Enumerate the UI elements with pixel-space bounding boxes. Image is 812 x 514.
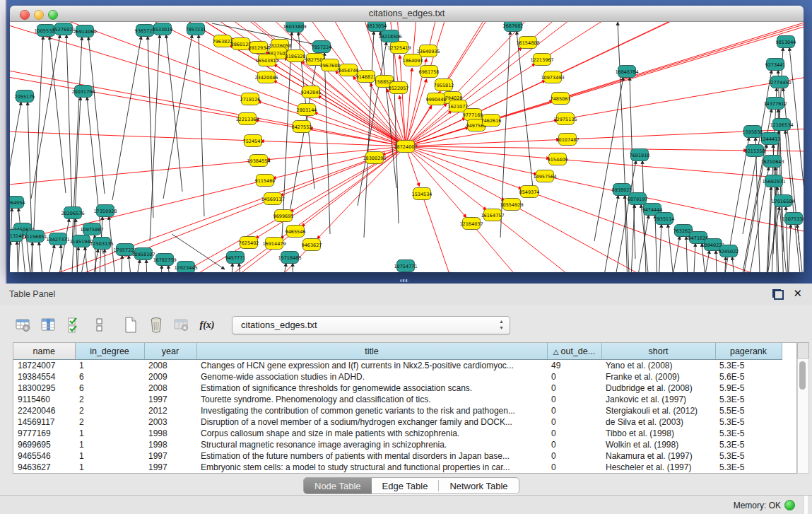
table-row[interactable]: 946554611997Estimation of the future num… xyxy=(13,450,795,462)
table-settings-icon[interactable] xyxy=(13,315,34,335)
graph-node[interactable]: 19218506 xyxy=(378,30,401,42)
table-row[interactable]: 1938455462009Genome-wide association stu… xyxy=(13,371,795,382)
graph-node[interactable]: 9245022 xyxy=(719,245,739,257)
graph-node[interactable]: 7857224 xyxy=(312,41,332,53)
graph-node-cited[interactable]: 12325419 xyxy=(387,42,411,54)
graph-node-cited[interactable]: 8427552 xyxy=(292,121,312,133)
table-vertical-scrollbar[interactable] xyxy=(797,358,809,474)
close-panel-icon[interactable]: ✕ xyxy=(793,287,802,300)
graph-node[interactable]: 9813044 xyxy=(776,36,796,48)
graph-node-cited[interactable]: 9777169 xyxy=(463,109,483,121)
graph-node-cited[interactable]: 6961758 xyxy=(419,66,440,78)
graph-node-cited[interactable]: 9699695 xyxy=(273,210,294,222)
function-builder-icon[interactable]: f(x) xyxy=(196,315,218,335)
tab-node-table[interactable]: Node Table xyxy=(304,478,372,493)
graph-node-cited[interactable]: 8186328 xyxy=(286,50,306,62)
graph-node-cited[interactable]: 7462616 xyxy=(481,115,502,127)
graph-node[interactable]: 20031794 xyxy=(71,86,95,98)
graph-node-cited[interactable]: 18300295 xyxy=(363,152,386,164)
graph-node[interactable]: 15276021 xyxy=(52,23,75,35)
graph-node[interactable]: 14377612 xyxy=(763,98,787,110)
graph-node-cited[interactable]: 12213364 xyxy=(235,113,259,125)
column-header-pagerank[interactable]: pagerank xyxy=(715,343,782,360)
graph-node[interactable]: 12774450 xyxy=(767,76,791,88)
graph-node-cited[interactable]: 7625402 xyxy=(239,237,259,249)
table-row[interactable]: 946362711997Embryonic stem cells: a mode… xyxy=(13,462,795,473)
graph-node[interactable]: 16210643 xyxy=(760,156,784,168)
graph-node-cited[interactable]: 9154409 xyxy=(548,153,568,165)
show-columns-icon[interactable] xyxy=(38,315,59,335)
graph-node-cited[interactable]: 10554929 xyxy=(500,199,523,211)
graph-node-cited[interactable]: 23420046 xyxy=(254,71,278,83)
graph-node[interactable]: 26914060 xyxy=(73,25,96,37)
column-header-short[interactable]: short xyxy=(601,343,715,360)
graph-node[interactable]: 1244413 xyxy=(760,133,781,145)
graph-node-cited[interactable]: 9146821 xyxy=(356,71,377,83)
network-graph[interactable]: 7963822886012889129342322605898275058186… xyxy=(10,22,804,272)
delete-table-icon[interactable] xyxy=(171,315,192,335)
graph-node[interactable]: 8533019 xyxy=(153,23,173,35)
graph-node-cited[interactable]: 19384554 xyxy=(247,155,270,167)
window-titlebar[interactable]: citations_edges.txt xyxy=(10,6,804,22)
tab-network-table[interactable]: Network Table xyxy=(439,478,518,493)
graph-node[interactable]: 12503135 xyxy=(90,238,113,250)
graph-node-cited[interactable]: 7963822 xyxy=(213,35,233,47)
graph-node[interactable]: 16782759 xyxy=(153,254,176,266)
network-canvas[interactable]: 7963822886012889129342322605898275058186… xyxy=(10,22,804,272)
graph-node[interactable]: 12923445 xyxy=(174,262,197,273)
table-row[interactable]: 1872400712008Changes of HCN gene express… xyxy=(13,360,795,372)
graph-node-cited[interactable]: 8522057 xyxy=(389,82,409,94)
graph-node-cited[interactable]: 7485063 xyxy=(551,93,571,105)
graph-node-cited[interactable]: 2718126 xyxy=(240,93,261,105)
graph-node[interactable]: 11075330 xyxy=(782,213,804,225)
graph-node-cited[interactable]: 16154808 xyxy=(516,37,539,49)
graph-node[interactable]: 2064954 xyxy=(10,197,25,209)
column-header-name[interactable]: name xyxy=(13,343,75,360)
graph-node-cited[interactable]: 9465546 xyxy=(286,226,306,238)
graph-node-cited[interactable]: 16164757 xyxy=(481,209,504,221)
graph-node-cited[interactable]: 12164037 xyxy=(459,218,483,230)
panel-splitter[interactable] xyxy=(0,278,812,284)
graph-node[interactable]: 1595838 xyxy=(743,126,763,138)
graph-node[interactable]: 12106534 xyxy=(770,119,793,131)
table-row[interactable]: 911546021997Tourette syndrome. Phenomeno… xyxy=(13,394,795,405)
row-height-icon[interactable] xyxy=(89,315,110,335)
graph-node-cited[interactable]: 12975135 xyxy=(553,113,577,125)
graph-node[interactable]: 17016504 xyxy=(771,195,794,207)
graph-node-cited[interactable]: 9990448 xyxy=(426,93,447,105)
graph-node[interactable]: 2935114 xyxy=(654,213,675,225)
table-row[interactable]: 977716911998Corpus callosum shape and si… xyxy=(13,428,795,439)
graph-node-cited[interactable]: 9242845 xyxy=(301,86,322,98)
graph-node[interactable]: 16848784 xyxy=(615,66,638,78)
graph-node-cited[interactable]: 9115460 xyxy=(255,175,276,187)
graph-node-cited[interactable]: 1534534 xyxy=(412,188,433,200)
column-header-out-degree[interactable]: △out_de... xyxy=(547,343,601,360)
graph-node-cited[interactable]: 12213967 xyxy=(530,54,553,66)
tab-edge-table[interactable]: Edge Table xyxy=(372,478,439,493)
graph-node[interactable]: 10958107 xyxy=(131,248,155,260)
graph-node-cited[interactable]: 1864093 xyxy=(403,54,423,66)
graph-node[interactable]: 15718485 xyxy=(278,252,301,264)
graph-node-cited[interactable]: 14957564 xyxy=(533,170,556,182)
graph-node-cited[interactable]: 7955812 xyxy=(434,79,454,91)
float-panel-icon[interactable] xyxy=(774,290,784,300)
delete-column-icon[interactable] xyxy=(146,315,167,335)
column-header-title[interactable]: title xyxy=(196,343,547,360)
graph-node[interactable]: 3913140 xyxy=(10,230,24,242)
select-columns-icon[interactable] xyxy=(64,315,85,335)
graph-node[interactable]: 16033809 xyxy=(283,22,306,33)
graph-node[interactable]: 9273441 xyxy=(765,59,786,71)
graph-node[interactable]: 10975887 xyxy=(80,223,103,235)
create-column-icon[interactable] xyxy=(120,315,141,335)
column-header-in-degree[interactable]: in_degree xyxy=(75,343,144,360)
graph-node[interactable]: 10754771 xyxy=(394,260,417,272)
graph-node-cited[interactable]: 2803144 xyxy=(297,104,317,116)
table-row[interactable]: 2242004622012Investigating the contribut… xyxy=(13,405,795,416)
graph-node[interactable]: 11156851 xyxy=(23,230,47,243)
graph-node[interactable]: 15692971 xyxy=(762,175,785,187)
graph-node[interactable]: 7857231 xyxy=(186,23,206,35)
table-selector-dropdown[interactable]: citations_edges.txt ▲▼ xyxy=(232,316,510,334)
graph-node-hub[interactable]: 18724007 xyxy=(394,141,417,153)
graph-node-cited[interactable]: 16914479 xyxy=(262,238,286,250)
graph-node-cited[interactable]: 13640935 xyxy=(416,45,440,57)
